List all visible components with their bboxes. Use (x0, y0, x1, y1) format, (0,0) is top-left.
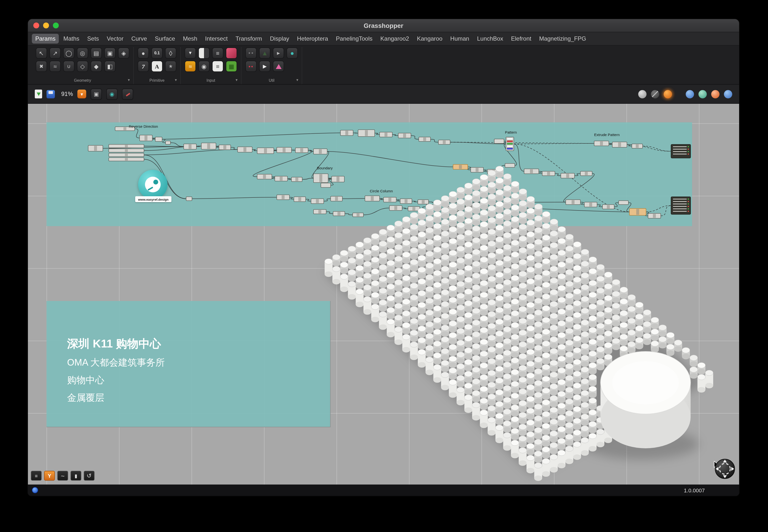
primitive-expand-arrow-icon[interactable] (173, 77, 178, 83)
green-scheme-button[interactable] (699, 90, 707, 98)
display-buttons (638, 90, 732, 98)
wire-preview-button[interactable] (651, 90, 659, 98)
status-sphere-icon[interactable] (32, 487, 38, 493)
group-label-reverse-direction: Reverse Direction (129, 124, 158, 129)
group-label-input: Input (184, 78, 237, 83)
definition-group-panel[interactable]: Reverse Direction Pattern Extrude Patter… (46, 122, 692, 226)
knob-2-icon[interactable] (199, 61, 210, 72)
menu-tab-surface[interactable]: Surface (151, 34, 178, 44)
statusbar: 1.0.0007 (28, 485, 739, 496)
geometry-expand-arrow-icon[interactable] (126, 77, 131, 83)
wire-tool-icon[interactable] (57, 471, 68, 481)
panel-tool-icon[interactable] (70, 471, 81, 481)
frame-icon[interactable] (91, 88, 102, 100)
close-icon[interactable] (36, 61, 47, 72)
menu-tab-kangaroo[interactable]: Kangaroo (413, 34, 446, 44)
box-icon[interactable] (104, 47, 115, 59)
jump-icon[interactable] (259, 61, 270, 72)
easyref-logo-icon (138, 170, 167, 199)
blue-scheme-2-button[interactable] (724, 90, 732, 98)
sphere-icon[interactable] (287, 47, 298, 59)
boolean-toggle-icon[interactable] (199, 47, 210, 59)
import-icon[interactable] (184, 47, 196, 59)
menu-tab-intersect[interactable]: Intersect (202, 34, 231, 44)
decimal-icon[interactable]: 0.1 (151, 47, 162, 59)
text-icon[interactable]: A (151, 61, 162, 72)
curve-icon[interactable] (49, 61, 61, 72)
cherry-picker-icon[interactable] (246, 61, 257, 72)
zoom-window-button[interactable] (53, 23, 59, 28)
menubar: Params Maths Sets Vector Curve Surface M… (28, 32, 739, 46)
group-label-geometry: Geometry (36, 78, 129, 83)
menu-tab-elefront[interactable]: Elefront (508, 34, 535, 44)
paint-icon[interactable] (122, 88, 133, 100)
gradient-icon[interactable] (226, 47, 237, 59)
view-navigation-ball[interactable] (714, 458, 736, 480)
surface-icon[interactable] (104, 61, 115, 72)
window-title: Grasshopper (28, 22, 739, 29)
flask-icon[interactable] (273, 61, 284, 72)
save-file-icon[interactable] (46, 90, 55, 98)
vector-icon[interactable] (49, 47, 61, 59)
pointer-icon[interactable] (36, 47, 47, 59)
canvas-toolbar: 91% (28, 85, 739, 104)
slider-icon[interactable] (212, 47, 223, 59)
orange-scheme-button[interactable] (711, 90, 720, 98)
blue-scheme-button[interactable] (686, 90, 694, 98)
titlebar: Grasshopper (28, 19, 739, 32)
relay-icon[interactable] (246, 47, 257, 59)
knob-icon[interactable] (138, 47, 149, 59)
group-label-primitive: Primitive (138, 78, 176, 83)
star-icon[interactable] (165, 61, 176, 72)
menu-tab-magnetizing-fpg[interactable]: Magnetizing_FPG (535, 34, 590, 44)
layers-icon[interactable] (91, 47, 102, 59)
menu-tab-display[interactable]: Display (267, 34, 293, 44)
menu-tab-mesh[interactable]: Mesh (179, 34, 201, 44)
util-expand-arrow-icon[interactable] (295, 77, 300, 83)
menu-tab-kangaroo2[interactable]: Kangaroo2 (377, 34, 412, 44)
menu-tab-vector[interactable]: Vector (103, 34, 127, 44)
group-tool-icon[interactable] (44, 471, 55, 481)
preview-eye-icon[interactable] (106, 88, 117, 100)
menu-tab-panelingtools[interactable]: PanelingTools (333, 34, 376, 44)
spiral-icon[interactable] (77, 47, 88, 59)
zoom-level: 91% (61, 91, 73, 97)
tree-icon[interactable] (259, 47, 270, 59)
arrow-icon[interactable] (273, 47, 284, 59)
project-architect: OMA 大都会建筑事务所 (67, 356, 330, 369)
minimize-window-button[interactable] (43, 23, 49, 28)
integer-icon[interactable]: 7 (138, 61, 149, 72)
canvas-widget-toolbar (31, 471, 94, 481)
arc-icon[interactable] (63, 61, 74, 72)
zoom-dropdown-icon[interactable] (77, 90, 86, 98)
panel-icon[interactable] (212, 61, 223, 72)
gray-ball-button[interactable] (638, 90, 647, 98)
polygon-icon[interactable] (165, 47, 176, 59)
menu-tab-transform[interactable]: Transform (232, 34, 266, 44)
menu-tab-human[interactable]: Human (447, 34, 473, 44)
diamond-icon[interactable] (77, 61, 88, 72)
definition-canvas[interactable]: Reverse Direction Pattern Extrude Patter… (28, 104, 739, 485)
menu-tab-lunchbox[interactable]: LunchBox (474, 34, 507, 44)
open-file-icon[interactable] (35, 90, 42, 98)
recompute-tool-icon[interactable] (84, 471, 94, 481)
mesh-icon[interactable] (118, 47, 129, 59)
menu-tab-heteroptera[interactable]: Heteroptera (294, 34, 332, 44)
version-label: 1.0.0007 (684, 487, 705, 493)
traffic-lights (28, 23, 59, 28)
solid-icon[interactable] (91, 61, 102, 72)
color-grid-icon[interactable] (226, 61, 237, 72)
sketch-tool-icon[interactable] (31, 471, 42, 481)
menu-tab-curve[interactable]: Curve (128, 34, 150, 44)
input-expand-arrow-icon[interactable] (234, 77, 239, 83)
shaded-preview-button[interactable] (664, 90, 672, 98)
component-toolbar: Geometry 0.1 7 A Primitive (28, 46, 739, 85)
watermark-label: www.easyref.design (135, 196, 171, 202)
menu-tab-params[interactable]: Params (32, 34, 59, 44)
menu-tab-maths[interactable]: Maths (60, 34, 83, 44)
circle-icon[interactable] (63, 47, 74, 59)
graph-mapper-icon[interactable] (184, 61, 196, 72)
menu-tab-sets[interactable]: Sets (84, 34, 102, 44)
close-window-button[interactable] (33, 23, 39, 28)
group-label-util: Util (246, 78, 298, 83)
